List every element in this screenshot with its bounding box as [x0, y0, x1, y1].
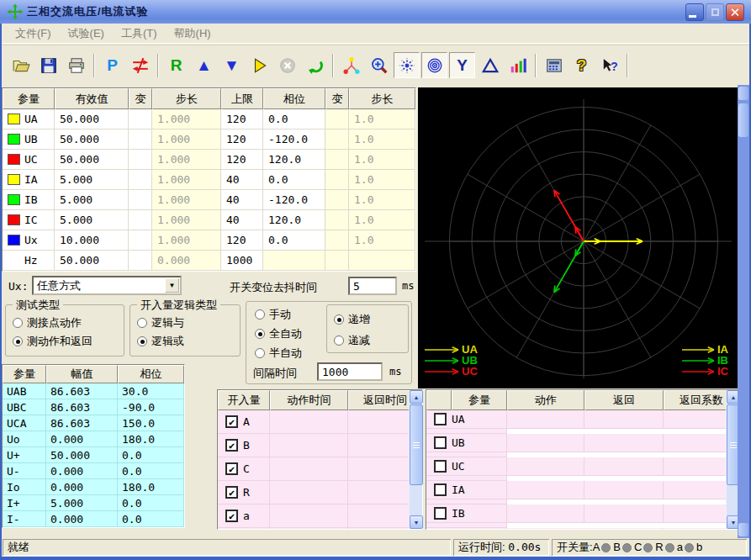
radio-logic-type-1[interactable]: 逻辑或: [137, 334, 184, 349]
lower-button[interactable]: ▼: [219, 52, 245, 78]
phase-cell: 150.0: [118, 415, 184, 431]
amp-cell: 5.000: [46, 495, 118, 511]
phasor-button[interactable]: [338, 52, 364, 78]
value-cell[interactable]: 50.000: [55, 109, 129, 129]
checked-checkbox-icon[interactable]: ✔: [225, 510, 238, 522]
change-cell: [129, 210, 152, 230]
checked-checkbox-icon[interactable]: ✔: [225, 486, 238, 499]
minimize-button[interactable]: [685, 3, 704, 21]
delta-view-button[interactable]: [477, 52, 503, 78]
result-row: I-0.0000.0: [3, 511, 184, 527]
save-button[interactable]: [35, 52, 61, 78]
menu-item-0[interactable]: 文件(F): [7, 24, 60, 43]
value-cell[interactable]: 5.000: [55, 170, 129, 190]
status-bar: 就绪 运行时间: 0.00s 开关量:ABCRab: [0, 538, 751, 557]
ux-mode-combo[interactable]: 任意方式 ▼: [32, 276, 182, 295]
checked-checkbox-icon[interactable]: ✔: [225, 439, 238, 452]
context-help-button[interactable]: ?: [596, 52, 622, 78]
switch-name: R: [655, 541, 663, 553]
radio-test-type-1[interactable]: 测动作和返回: [13, 334, 93, 349]
maximize-button[interactable]: [706, 3, 724, 21]
menu-item-3[interactable]: 帮助(H): [166, 24, 219, 43]
close-button[interactable]: ✕: [726, 3, 744, 21]
step-cell: 1.000: [152, 109, 221, 129]
param-cell: Io: [3, 479, 46, 495]
unchecked-checkbox-icon[interactable]: [434, 483, 447, 496]
debounce-input[interactable]: 5: [348, 277, 397, 295]
input-table-scrollbar[interactable]: ▲ ▼: [409, 390, 422, 529]
phase-cell[interactable]: 0.0: [263, 170, 325, 190]
radio-mode-2[interactable]: 半自动: [255, 346, 302, 361]
start-button[interactable]: [246, 52, 272, 78]
column-header: 幅值: [46, 365, 118, 383]
radio-direction-1[interactable]: 递减: [334, 333, 370, 348]
interval-input[interactable]: 1000: [317, 362, 383, 381]
radio-mode-1[interactable]: 全自动: [255, 326, 302, 341]
value-cell[interactable]: 50.000: [55, 129, 129, 150]
calculator-button[interactable]: [541, 52, 567, 78]
value-cell[interactable]: 5.000: [55, 190, 129, 210]
limit-cell[interactable]: 40: [221, 190, 263, 210]
checked-checkbox-icon[interactable]: ✔: [225, 462, 238, 475]
rays-view-button[interactable]: [394, 52, 420, 78]
limit-cell[interactable]: 120: [221, 230, 263, 251]
limit-cell[interactable]: 120: [221, 150, 263, 170]
scroll-up-icon[interactable]: ▲: [410, 390, 423, 404]
limit-cell[interactable]: 40: [221, 210, 263, 230]
open-button[interactable]: [8, 52, 34, 78]
check-cell: ✔C: [218, 457, 270, 481]
stop-button[interactable]: [274, 52, 300, 78]
r-parameter-button[interactable]: R: [163, 52, 189, 78]
p-parameter-button[interactable]: P: [99, 52, 125, 78]
value-cell[interactable]: 5.000: [55, 210, 129, 230]
calculator-icon: [545, 56, 563, 75]
scroll-down-icon[interactable]: ▼: [410, 515, 423, 529]
phase-cell[interactable]: [263, 251, 325, 271]
value-cell[interactable]: 50.000: [55, 251, 129, 271]
limit-cell[interactable]: 120: [221, 109, 263, 129]
unchecked-checkbox-icon[interactable]: [434, 436, 447, 449]
check-row: ✔b: [218, 528, 422, 530]
short-circuit-button[interactable]: [127, 52, 153, 78]
phase-cell[interactable]: 0.0: [263, 109, 325, 129]
undo-icon: [306, 56, 325, 75]
unchecked-checkbox-icon[interactable]: [434, 507, 447, 520]
undo-button[interactable]: [302, 52, 328, 78]
radio-test-type-0[interactable]: 测接点动作: [13, 315, 82, 330]
checked-checkbox-icon[interactable]: ✔: [225, 415, 238, 428]
limit-cell[interactable]: 1000: [221, 251, 263, 271]
toolbar-separator: [332, 54, 334, 77]
radio-direction-0[interactable]: 递增: [334, 312, 370, 327]
phase-cell[interactable]: -120.0: [263, 190, 325, 210]
radio-logic-type-0[interactable]: 逻辑与: [137, 315, 184, 330]
limit-cell[interactable]: 40: [221, 170, 263, 190]
value-cell[interactable]: 10.000: [55, 230, 129, 251]
change-cell: [325, 251, 349, 271]
phase-cell[interactable]: 0.0: [263, 230, 325, 251]
bars-view-button[interactable]: [505, 52, 531, 78]
rings-view-button[interactable]: [421, 52, 447, 78]
radio-icon: [137, 318, 147, 328]
print-button[interactable]: [63, 52, 89, 78]
raise-button[interactable]: ▲: [191, 52, 217, 78]
phase-cell[interactable]: 120.0: [263, 210, 325, 230]
chevron-down-icon[interactable]: ▼: [165, 278, 179, 293]
limit-cell[interactable]: 120: [221, 129, 263, 150]
menu-item-1[interactable]: 试验(E): [60, 24, 113, 43]
wye-view-button[interactable]: Y: [449, 52, 475, 78]
radio-label: 递减: [348, 333, 370, 348]
phase-cell[interactable]: -120.0: [263, 129, 325, 150]
window-scrollbar[interactable]: [738, 85, 749, 538]
unchecked-checkbox-icon[interactable]: [434, 413, 447, 425]
phase-cell[interactable]: 120.0: [263, 150, 325, 170]
unchecked-checkbox-icon[interactable]: [434, 460, 447, 473]
value-cell[interactable]: 50.000: [55, 150, 129, 170]
radio-mode-0[interactable]: 手动: [255, 307, 291, 322]
menu-item-2[interactable]: 工具(T): [113, 24, 166, 43]
zoom-in-button[interactable]: [366, 52, 392, 78]
help-button[interactable]: ?: [569, 52, 595, 78]
amp-cell: 86.603: [46, 399, 118, 415]
derived-quantity-table: 参量幅值相位UAB86.60330.0UBC86.603-90.0UCA86.6…: [2, 364, 185, 528]
scrollbar-thumb[interactable]: [410, 404, 423, 485]
switch-label: 开关量:: [557, 541, 593, 553]
